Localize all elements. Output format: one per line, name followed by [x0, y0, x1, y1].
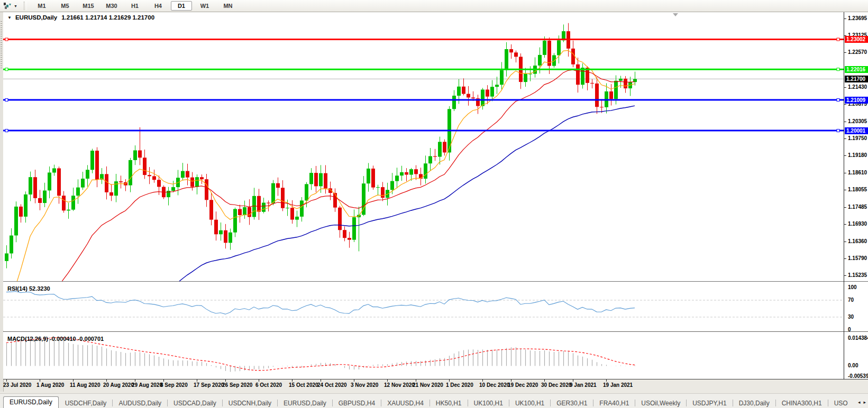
chart-tab-gbpusd-h4[interactable]: GBPUSD,H4 [333, 398, 381, 408]
date-tick-label: 9 Jan 2021 [570, 382, 597, 388]
tab-scroll-arrows: ◂ ▸ [848, 396, 868, 408]
price-tick-label: 1.16930 [848, 221, 868, 227]
date-tick-label: 8 Sep 2020 [160, 382, 188, 388]
date-tick-label: 6 Oct 2020 [255, 382, 282, 388]
price-tick [844, 87, 846, 88]
timeframe-button-w1[interactable]: W1 [194, 1, 215, 11]
price-chart-plot-area[interactable] [3, 12, 868, 281]
chart-tab-usoil[interactable]: USOil, [828, 398, 848, 408]
chart-tab-china300-h1[interactable]: CHINA300,H1 [776, 398, 828, 408]
date-tick-label: 30 Dec 2020 [541, 382, 571, 388]
candlestick-chart-icon [3, 2, 12, 10]
timeframe-button-m5[interactable]: M5 [54, 1, 76, 11]
date-tick-label: 3 Nov 2020 [351, 382, 378, 388]
date-tick [259, 379, 259, 382]
price-tick-label: 1.15790 [848, 255, 868, 262]
tab-scroll-right-icon[interactable]: ▸ [863, 396, 866, 408]
chart-tab-usdchf-daily[interactable]: USDCHF,Daily [59, 398, 113, 408]
date-tick-label: 10 Dec 2020 [479, 382, 509, 388]
chart-menu-triangle-icon[interactable]: ▼ [7, 15, 12, 20]
price-tick [844, 207, 846, 208]
chart-ohlc-values: 1.21661 1.21714 1.21629 1.21700 [61, 14, 154, 21]
hline-price-badge: 1.20001 [845, 127, 868, 134]
chart-tabs: EURUSD,DailyUSDCHF,DailyAUDUSD,DailyUSDC… [0, 396, 848, 408]
date-tick-label: 17 Sep 2020 [194, 382, 224, 388]
date-tick [197, 379, 197, 382]
macd-tick-label: 0.00 [848, 363, 868, 369]
chart-tab-usdcad-daily[interactable]: USDCAD,Daily [168, 398, 222, 408]
date-tick [482, 379, 483, 382]
chart-tab-usoil-weekly[interactable]: USOil,Weekly [635, 398, 686, 408]
splitter-grip-dots [1, 21, 2, 69]
date-tick [387, 379, 388, 382]
trading-terminal: ▼ M1M5M15M30H1H4D1W1MN ▼EURUSD,Daily1.21… [0, 0, 868, 408]
hline-1.22016[interactable] [3, 68, 844, 71]
rsi-indicator-panel[interactable] [3, 284, 868, 331]
rsi-indicator-label: RSI(14) 52.3230 [7, 285, 50, 292]
price-tick-label: 1.19180 [848, 152, 868, 159]
tab-scroll-left-icon[interactable]: ◂ [858, 396, 861, 408]
date-tick-label: 15 Oct 2020 [289, 382, 318, 388]
date-tick-label: 19 Dec 2020 [508, 382, 538, 388]
hline-price-badge: 1.21009 [845, 97, 868, 104]
hline-1.23002[interactable] [3, 38, 844, 41]
chart-tab-usdcnh-daily[interactable]: USDCNH,Daily [223, 398, 277, 408]
charts-profile-icon[interactable]: ▼ [1, 1, 20, 11]
hline-price-badge: 1.23002 [845, 36, 868, 43]
date-tick-label: 21 Nov 2020 [413, 382, 443, 388]
chart-tab-ger30-h1[interactable]: GER30,H1 [551, 398, 593, 408]
date-tick-label: 26 Sep 2020 [222, 382, 252, 388]
timeframe-button-m30[interactable]: M30 [101, 1, 122, 11]
chart-tab-bar: EURUSD,DailyUSDCHF,DailyAUDUSD,DailyUSDC… [0, 393, 868, 408]
price-tick [844, 190, 846, 190]
price-tick [844, 173, 846, 173]
date-tick-label: 19 Jan 2021 [603, 382, 633, 388]
price-tick [844, 122, 846, 122]
date-tick-label: 12 Nov 2020 [384, 382, 415, 388]
rsi-line [6, 292, 635, 314]
chart-tab-fra40-h1[interactable]: FRA40,H1 [593, 398, 635, 408]
price-axis[interactable]: 1.236951.231251.225701.214301.208751.203… [844, 12, 868, 379]
macd-indicator-panel[interactable] [3, 334, 868, 379]
chart-tab-dj30-daily[interactable]: DJ30,Daily [733, 398, 775, 408]
chart-tab-xauusd-h4[interactable]: XAUUSD,H4 [381, 398, 430, 408]
current-price-badge: 1.21700 [845, 76, 868, 82]
hline-1.20001[interactable] [3, 129, 844, 132]
date-tick [106, 379, 107, 382]
timeframe-button-m15[interactable]: M15 [78, 1, 99, 11]
toolbar-grip [24, 2, 27, 10]
date-axis[interactable]: 23 Jul 20201 Aug 202011 Aug 202020 Aug 2… [0, 379, 868, 392]
date-tick [6, 379, 7, 382]
price-tick [844, 52, 846, 53]
timeframe-button-d1[interactable]: D1 [171, 1, 192, 11]
price-tick [844, 242, 846, 242]
rsi-tick-label: 100 [848, 284, 868, 291]
hline-1.21009[interactable] [3, 99, 844, 101]
date-tick-label: 29 Aug 2020 [132, 382, 162, 388]
chart-tab-eurusd-daily[interactable]: EURUSD,Daily [278, 398, 332, 408]
price-tick [844, 275, 846, 276]
chart-tab-hk50-h1[interactable]: HK50,H1 [430, 398, 468, 408]
price-tick [844, 138, 846, 139]
ma-slow-line [6, 106, 635, 281]
rsi-tick-label: 30 [848, 314, 868, 320]
chart-tab-uk100-h1[interactable]: UK100,H1 [468, 398, 509, 408]
date-tick [354, 379, 354, 382]
macd-tick-label: 0.014384 [848, 335, 868, 341]
chart-shift-marker-icon[interactable] [673, 13, 678, 16]
date-tick [573, 379, 573, 382]
rsi-tick-label: 70 [848, 297, 868, 303]
timeframe-button-mn[interactable]: MN [217, 1, 239, 11]
timeframe-button-h1[interactable]: H1 [124, 1, 145, 11]
rsi-tick-label: 0 [848, 327, 868, 333]
timeframe-button-h4[interactable]: H4 [148, 1, 169, 11]
price-tick-label: 1.16360 [848, 238, 868, 245]
chart-tab-eurusd-daily[interactable]: EURUSD,Daily [3, 396, 59, 408]
chart-tab-usdjpy-h1[interactable]: USDJPY,H1 [687, 398, 732, 408]
date-tick-label: 24 Oct 2020 [317, 382, 347, 388]
chart-tab-audusd-daily[interactable]: AUDUSD,Daily [113, 398, 167, 408]
chart-tab-uk100-h1[interactable]: UK100,H1 [509, 398, 550, 408]
hline-price-badge: 1.22016 [845, 66, 868, 73]
timeframe-button-m1[interactable]: M1 [31, 1, 52, 11]
price-tick-label: 1.19750 [848, 135, 868, 142]
